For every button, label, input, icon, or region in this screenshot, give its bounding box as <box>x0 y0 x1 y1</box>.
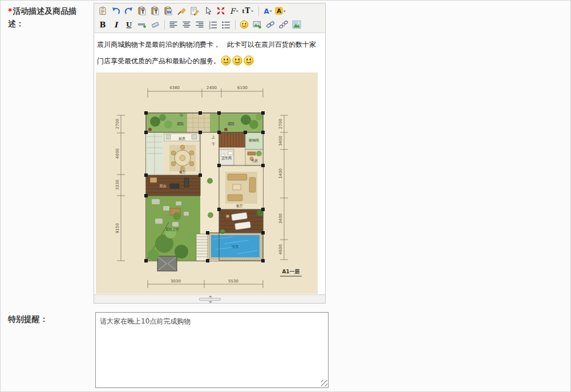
svg-text:4600: 4600 <box>278 244 283 254</box>
svg-text:卫生间: 卫生间 <box>221 156 232 160</box>
insert-hr-icon[interactable] <box>136 18 148 31</box>
fullscreen-icon[interactable] <box>214 5 227 17</box>
insert-image-icon[interactable] <box>251 18 264 31</box>
svg-text:厨房: 厨房 <box>179 136 185 140</box>
svg-text:F: F <box>230 7 236 15</box>
svg-text:楼梯间: 楼梯间 <box>249 138 259 143</box>
svg-text:A: A <box>277 8 281 14</box>
svg-text:阳台: 阳台 <box>160 184 167 188</box>
reminder-textarea-wrap: 请大家在晚上10点前完成购物 <box>95 312 329 388</box>
toolbar-row-2: B I U <box>96 18 323 31</box>
editor-statusbar <box>94 294 325 303</box>
svg-text:泳池: 泳池 <box>232 244 238 249</box>
editor-text: 震川商城购物卡是最前沿的购物消费卡， 此卡可以在震川百货的数十家门店享受最优质的… <box>97 41 316 65</box>
svg-text:5530: 5530 <box>228 279 238 284</box>
svg-text:3400: 3400 <box>278 213 283 224</box>
svg-text:上: 上 <box>211 135 215 139</box>
align-left-icon[interactable] <box>167 18 180 31</box>
svg-text:9150: 9150 <box>115 223 120 233</box>
svg-text:4000: 4000 <box>115 148 120 159</box>
reminder-textarea[interactable]: 请大家在晚上10点前完成购物 <box>95 312 329 388</box>
svg-text:B: B <box>100 21 106 29</box>
toolbar-divider <box>258 6 259 16</box>
font-size-icon[interactable]: t T <box>241 5 256 17</box>
floorplan-floor-tag: A1一层 <box>282 269 299 274</box>
ordered-list-icon[interactable]: 1 2 3 <box>206 18 219 31</box>
description-label-text: 活动描述及商品描述： <box>8 6 76 28</box>
svg-text:1400: 1400 <box>278 168 283 179</box>
svg-text:T: T <box>141 10 145 15</box>
highlight-color-icon[interactable]: A <box>274 5 287 17</box>
paste-as-text-icon[interactable]: T <box>149 5 161 17</box>
svg-text:6100: 6100 <box>237 86 248 90</box>
unlink-icon[interactable] <box>277 18 290 31</box>
svg-text:庭院: 庭院 <box>177 122 184 126</box>
svg-text:2700: 2700 <box>115 119 120 129</box>
required-asterisk: * <box>8 6 12 15</box>
text-color-icon[interactable]: A <box>261 5 274 17</box>
unordered-list-icon[interactable] <box>220 18 232 31</box>
svg-text:下: 下 <box>212 142 215 146</box>
description-field-label: *活动描述及商品描述： <box>8 5 83 30</box>
svg-text:U: U <box>126 21 132 29</box>
redo-icon[interactable] <box>123 5 135 17</box>
remove-format-icon[interactable] <box>149 18 161 31</box>
editor-content-area[interactable]: 震川商城购物卡是最前沿的购物消费卡， 此卡可以在震川百货的数十家门店享受最优质的… <box>94 33 325 294</box>
undo-icon[interactable] <box>110 5 122 17</box>
editor-paragraph: 震川商城购物卡是最前沿的购物消费卡， 此卡可以在震川百货的数十家门店享受最优质的… <box>94 37 321 70</box>
svg-text:A: A <box>264 7 270 15</box>
svg-text:T: T <box>245 7 250 15</box>
form-page: *活动描述及商品描述： <box>0 0 571 392</box>
smiley-emoticon <box>232 55 242 66</box>
svg-text:书房: 书房 <box>251 159 258 163</box>
italic-icon[interactable]: I <box>110 18 122 31</box>
font-family-icon[interactable]: F <box>228 5 240 17</box>
svg-text:庭院上空: 庭院上空 <box>165 227 179 232</box>
toolbar-divider <box>164 20 165 30</box>
svg-text:2700: 2700 <box>278 119 283 129</box>
bold-icon[interactable]: B <box>96 18 109 31</box>
link-icon[interactable] <box>264 18 277 31</box>
svg-text:客厅: 客厅 <box>236 204 243 208</box>
svg-text:T: T <box>155 10 158 15</box>
svg-text:W: W <box>167 10 172 15</box>
paste-icon[interactable]: T <box>136 5 148 17</box>
svg-text:4380: 4380 <box>169 86 180 90</box>
paste-from-word-icon[interactable]: W <box>162 5 175 17</box>
select-all-icon[interactable] <box>201 5 214 17</box>
toolbar-row-1: T T W <box>96 4 323 18</box>
smiley-emoticon <box>244 55 254 66</box>
svg-text:I: I <box>114 21 119 29</box>
format-brush-icon[interactable] <box>175 5 188 17</box>
svg-text:庭院: 庭院 <box>228 122 234 126</box>
reminder-label-text: 特别提醒： <box>8 314 48 324</box>
editor-resize-grip[interactable] <box>199 298 221 301</box>
source-icon[interactable] <box>96 5 109 17</box>
reminder-field-label: 特别提醒： <box>8 313 48 325</box>
svg-text:3330: 3330 <box>115 180 120 190</box>
toolbar-divider <box>235 20 236 30</box>
underline-icon[interactable]: U <box>123 18 135 31</box>
svg-text:3: 3 <box>209 26 210 30</box>
floorplan-image[interactable]: 4380 2400 6100 2700 4000 3330 9150 2700 … <box>96 72 318 294</box>
align-right-icon[interactable] <box>193 18 206 31</box>
svg-text:3030: 3030 <box>171 279 181 284</box>
svg-text:餐厅: 餐厅 <box>179 170 186 174</box>
svg-text:2400: 2400 <box>206 86 217 90</box>
quick-typeset-icon[interactable] <box>188 5 201 17</box>
emoticons-icon[interactable] <box>238 18 250 31</box>
rich-text-editor: T T W <box>94 3 326 304</box>
align-center-icon[interactable] <box>180 18 193 31</box>
insert-media-icon[interactable] <box>290 18 303 31</box>
smiley-emoticon <box>221 55 231 66</box>
svg-text:3400: 3400 <box>278 136 283 146</box>
editor-toolbar: T T W <box>94 3 325 33</box>
